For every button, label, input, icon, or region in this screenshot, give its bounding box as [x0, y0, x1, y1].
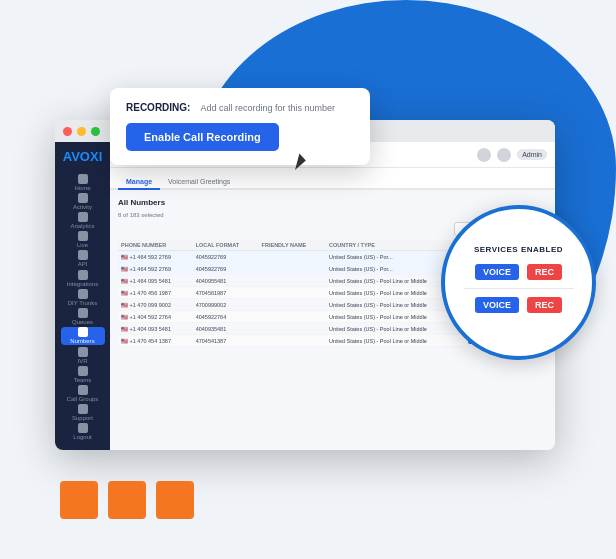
- analytics-icon: [78, 212, 88, 222]
- ivr-icon: [78, 347, 88, 357]
- sidebar-label-live: Live: [77, 242, 88, 248]
- sidebar-label-home: Home: [74, 185, 90, 191]
- sidebar-item-support[interactable]: Support: [61, 404, 105, 422]
- diy-trunks-icon: [78, 289, 88, 299]
- col-name: FRIENDLY NAME: [259, 240, 327, 251]
- sidebar-item-activity[interactable]: Activity: [61, 192, 105, 210]
- integrations-icon: [78, 270, 88, 280]
- logo-area: AVOXI: [63, 150, 103, 163]
- sidebar-label-logout: Logout: [73, 434, 91, 440]
- minimize-dot: [77, 127, 86, 136]
- zoom-voice-badge-2: VOICE: [475, 297, 519, 313]
- zoom-voice-badge-1: VOICE: [475, 264, 519, 280]
- sidebar-label-diy: DIY Trunks: [68, 300, 98, 306]
- admin-badge: Admin: [517, 149, 547, 160]
- tab-manage[interactable]: Manage: [118, 175, 160, 190]
- recording-label: RECORDING:: [126, 102, 190, 113]
- home-icon: [78, 174, 88, 184]
- sidebar-label-activity: Activity: [73, 204, 92, 210]
- sidebar-label-ivr: IVR: [77, 358, 87, 364]
- zoom-divider: [464, 288, 574, 289]
- live-icon: [78, 231, 88, 241]
- settings-icon[interactable]: [497, 148, 511, 162]
- zoom-rec-badge-1: REC: [527, 264, 562, 280]
- sidebar-item-logout[interactable]: Logout: [61, 423, 105, 441]
- col-country: COUNTRY / TYPE: [326, 240, 464, 251]
- sidebar-label-numbers: Numbers: [70, 338, 94, 344]
- sidebar-item-call-groups[interactable]: Call Groups: [61, 384, 105, 402]
- notification-icon[interactable]: [477, 148, 491, 162]
- sidebar-label-analytics: Analytics: [70, 223, 94, 229]
- orange-square-2: [108, 481, 146, 519]
- section-title: All Numbers: [118, 198, 547, 207]
- sidebar-item-api[interactable]: API: [61, 250, 105, 268]
- recording-tooltip: RECORDING: Add call recording for this n…: [110, 88, 370, 165]
- zoom-row-2: VOICE REC: [475, 297, 562, 313]
- logo-text: AVOXI: [63, 149, 103, 164]
- call-groups-icon: [78, 385, 88, 395]
- activity-icon: [78, 193, 88, 203]
- sidebar: AVOXI Home Activity Analytics Live API: [55, 142, 110, 450]
- sidebar-item-teams[interactable]: Teams: [61, 365, 105, 383]
- recording-description: Add call recording for this number: [200, 103, 335, 113]
- sidebar-item-home[interactable]: Home: [61, 173, 105, 191]
- col-local: LOCAL FORMAT: [193, 240, 259, 251]
- sidebar-label-teams: Teams: [74, 377, 92, 383]
- maximize-dot: [91, 127, 100, 136]
- teams-icon: [78, 366, 88, 376]
- zoom-rec-badge-2: REC: [527, 297, 562, 313]
- sidebar-label-queues: Queues: [72, 319, 93, 325]
- orange-square-1: [60, 481, 98, 519]
- sidebar-label-call-groups: Call Groups: [67, 396, 99, 402]
- sidebar-item-integrations[interactable]: Integrations: [61, 269, 105, 287]
- col-phone: PHONE NUMBER: [118, 240, 193, 251]
- close-dot: [63, 127, 72, 136]
- tabs-row: Manage Voicemail Greetings: [110, 168, 555, 190]
- queues-icon: [78, 308, 88, 318]
- sidebar-item-analytics[interactable]: Analytics: [61, 211, 105, 229]
- sidebar-label-integrations: Integrations: [67, 281, 98, 287]
- sidebar-label-support: Support: [72, 415, 93, 421]
- orange-square-3: [156, 481, 194, 519]
- logout-icon: [78, 423, 88, 433]
- orange-squares-decoration: [60, 481, 194, 519]
- sidebar-item-numbers[interactable]: Numbers: [61, 327, 105, 345]
- support-icon: [78, 404, 88, 414]
- tab-voicemail-greetings[interactable]: Voicemail Greetings: [160, 175, 238, 188]
- sidebar-item-ivr[interactable]: IVR: [61, 346, 105, 364]
- numbers-icon: [78, 327, 88, 337]
- zoom-title: SERVICES ENABLED: [474, 245, 563, 254]
- sidebar-label-api: API: [78, 261, 88, 267]
- enable-call-recording-button[interactable]: Enable Call Recording: [126, 123, 279, 151]
- sidebar-item-queues[interactable]: Queues: [61, 308, 105, 326]
- services-zoom-circle: SERVICES ENABLED VOICE REC VOICE REC: [441, 205, 596, 360]
- sidebar-item-diy-trunks[interactable]: DIY Trunks: [61, 288, 105, 306]
- api-icon: [78, 250, 88, 260]
- sidebar-item-live[interactable]: Live: [61, 231, 105, 249]
- zoom-row-1: VOICE REC: [475, 264, 562, 280]
